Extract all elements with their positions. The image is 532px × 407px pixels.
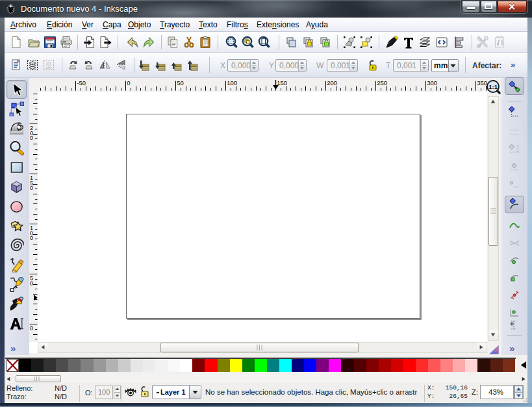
svg-text:0: 0: [30, 235, 33, 241]
svg-text:0: 0: [127, 79, 130, 86]
svg-text:1:1: 1:1: [488, 83, 498, 90]
svg-text:100: 100: [227, 79, 237, 86]
svg-text:300: 300: [427, 79, 437, 86]
svg-text:200: 200: [327, 79, 337, 86]
svg-text:50: 50: [177, 79, 184, 86]
svg-text:0: 0: [30, 325, 33, 332]
svg-text:250: 250: [377, 79, 387, 86]
svg-text:0: 0: [30, 280, 33, 287]
svg-text:-50: -50: [77, 79, 86, 86]
svg-text:0: 0: [30, 135, 33, 141]
svg-text:0: 0: [30, 185, 33, 191]
